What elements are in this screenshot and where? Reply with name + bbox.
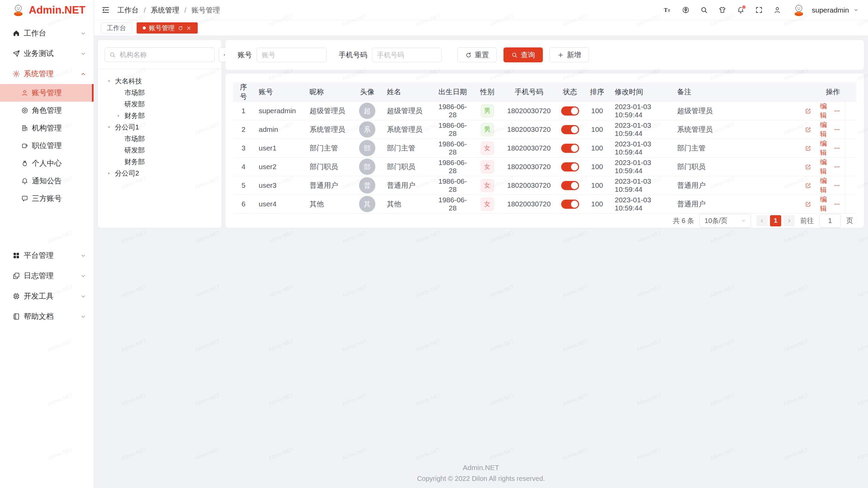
goto-page-input[interactable]: [819, 214, 841, 228]
user-avatar[interactable]: [792, 3, 806, 17]
sidebar-item-1[interactable]: 业务测试: [0, 43, 94, 64]
cell-account: user4: [259, 200, 277, 208]
home-icon: [12, 29, 20, 37]
reset-button[interactable]: 重置: [457, 47, 497, 62]
sidebar-item-5[interactable]: 开发工具: [0, 286, 94, 306]
row-more-button[interactable]: [834, 145, 840, 151]
row-more-button[interactable]: [834, 164, 840, 170]
user-chevron-down-icon[interactable]: [853, 7, 859, 13]
font-size-icon[interactable]: TT: [664, 6, 671, 14]
caret-right-icon[interactable]: [107, 171, 115, 176]
sidebar-subitem-label: 机构管理: [32, 123, 86, 133]
breadcrumb-workbench[interactable]: 工作台: [117, 5, 139, 15]
sidebar-subitem-0[interactable]: 账号管理: [0, 84, 94, 102]
sidebar-subitem-4[interactable]: 个人中心: [0, 155, 94, 172]
tree-node-4[interactable]: 分公司1: [105, 121, 215, 133]
user-table: 序号账号昵称头像姓名出生日期性别手机号码状态排序修改时间备注操作1superad…: [233, 82, 856, 214]
chevron-left-icon: [760, 218, 765, 223]
edit-button[interactable]: 编辑: [805, 158, 827, 176]
tab-account-management[interactable]: 账号管理: [137, 22, 198, 34]
caret-down-icon[interactable]: [107, 125, 115, 129]
sidebar-item-2[interactable]: 系统管理: [0, 64, 94, 84]
language-icon[interactable]: [682, 6, 690, 14]
page-size-select[interactable]: 10条/页: [699, 214, 751, 228]
tab-label: 工作台: [107, 24, 126, 33]
edit-button[interactable]: 编辑: [805, 139, 827, 157]
tree-node-0[interactable]: 大名科技: [105, 75, 215, 87]
cell-index: 3: [241, 144, 245, 152]
fullscreen-icon[interactable]: [755, 6, 763, 14]
tree-node-7[interactable]: 财务部: [105, 156, 215, 167]
account-input[interactable]: [257, 48, 327, 62]
sidebar-item-label: 系统管理: [24, 69, 80, 79]
status-toggle[interactable]: [561, 181, 579, 190]
org-search-input[interactable]: [119, 50, 210, 59]
prev-page-button[interactable]: [756, 215, 768, 226]
row-actions: 编辑: [805, 176, 840, 195]
sidebar-subitem-5[interactable]: 通知公告: [0, 172, 94, 190]
cell-name: 普通用户: [387, 181, 415, 189]
sidebar-subitem-6[interactable]: 三方账号: [0, 190, 94, 207]
sidebar-subitem-3[interactable]: 职位管理: [0, 137, 94, 155]
query-button[interactable]: 查询: [504, 47, 543, 62]
theme-icon[interactable]: [718, 6, 726, 14]
cell-remark: 部门职员: [677, 163, 706, 170]
sidebar-item-label: 平台管理: [24, 250, 80, 261]
breadcrumb-system[interactable]: 系统管理: [151, 5, 179, 15]
tree-node-1[interactable]: 市场部: [105, 87, 215, 98]
sidebar-item-label: 帮助文档: [24, 311, 80, 322]
table-row-0: 1superadmin超级管理员超超级管理员1986-06-28男1802003…: [233, 102, 856, 120]
edit-button[interactable]: 编辑: [805, 176, 827, 195]
row-actions: 编辑: [805, 139, 840, 157]
cell-modified: 2023-01-03 10:59:44: [615, 196, 651, 212]
tree-node-2[interactable]: 研发部: [105, 98, 215, 110]
cell-name: 部门职员: [387, 163, 415, 170]
tree-node-5[interactable]: 市场部: [105, 133, 215, 144]
caret-right-icon[interactable]: [116, 114, 124, 118]
sidebar-item-0[interactable]: 工作台: [0, 23, 94, 43]
add-button[interactable]: 新增: [550, 47, 589, 62]
status-toggle[interactable]: [561, 125, 579, 134]
status-toggle[interactable]: [561, 144, 579, 153]
close-icon[interactable]: [186, 25, 192, 31]
search-icon: [109, 52, 116, 58]
row-more-button[interactable]: [834, 126, 840, 133]
plus-icon: [557, 52, 564, 58]
table-row-2: 3user1部门主管部部门主管1986-06-28女18020030720100…: [233, 139, 856, 158]
sidebar-subitem-1[interactable]: 角色管理: [0, 102, 94, 119]
edit-label: 编辑: [814, 195, 827, 213]
col-header-index: 序号: [233, 82, 254, 102]
tree-node-8[interactable]: 分公司2: [105, 167, 215, 179]
username[interactable]: superadmin: [812, 6, 849, 14]
edit-button[interactable]: 编辑: [805, 120, 827, 139]
cell-phone: 18020030720: [507, 107, 551, 115]
status-toggle[interactable]: [561, 106, 579, 116]
phone-input[interactable]: [372, 48, 442, 62]
status-toggle[interactable]: [561, 200, 579, 209]
row-more-button[interactable]: [834, 201, 840, 207]
edit-button[interactable]: 编辑: [805, 102, 827, 120]
refresh-icon[interactable]: [178, 25, 183, 31]
status-toggle[interactable]: [561, 162, 579, 171]
col-header-avatar: 头像: [352, 82, 382, 102]
chevron-down-icon: [741, 218, 746, 223]
tree-node-6[interactable]: 研发部: [105, 144, 215, 156]
org-search-box: [105, 47, 215, 62]
sidebar-item-3[interactable]: 平台管理: [0, 245, 94, 266]
sidebar-item-6[interactable]: 帮助文档: [0, 306, 94, 327]
menu-fold-icon[interactable]: [101, 6, 110, 14]
tree-node-3[interactable]: 财务部: [105, 110, 215, 121]
notification-icon[interactable]: [737, 6, 745, 14]
next-page-button[interactable]: [784, 215, 795, 226]
account-icon[interactable]: [773, 6, 781, 14]
filter-bar: 账号 手机号码 重置 查询 新增: [225, 40, 864, 70]
tab-workbench[interactable]: 工作台: [101, 22, 132, 34]
caret-down-icon[interactable]: [107, 79, 115, 83]
edit-button[interactable]: 编辑: [805, 195, 827, 213]
page-1-button[interactable]: 1: [770, 215, 781, 226]
row-more-button[interactable]: [834, 182, 840, 189]
sidebar-item-4[interactable]: 日志管理: [0, 266, 94, 286]
search-icon[interactable]: [700, 6, 708, 14]
sidebar-subitem-2[interactable]: 机构管理: [0, 119, 94, 137]
row-more-button[interactable]: [834, 108, 840, 114]
